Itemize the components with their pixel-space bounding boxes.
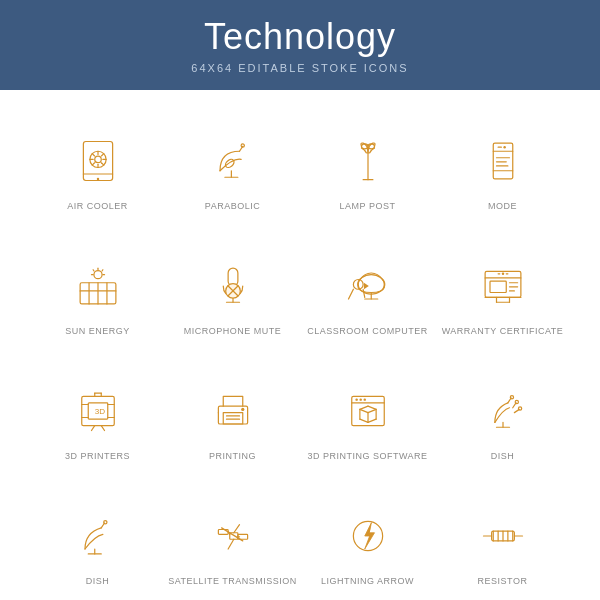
svg-line-51 bbox=[348, 290, 353, 300]
svg-rect-0 bbox=[83, 142, 112, 181]
dish-label-2: DISH bbox=[86, 576, 110, 588]
page-title: Technology bbox=[204, 16, 396, 58]
dish-icon-1 bbox=[471, 379, 535, 443]
icon-cell-sun-energy: SUN ENERGY bbox=[30, 225, 165, 350]
svg-line-39 bbox=[93, 270, 94, 271]
printing-label: PRINTING bbox=[209, 451, 256, 463]
icon-cell-dish-2: DISH bbox=[30, 475, 165, 600]
svg-point-89 bbox=[363, 399, 365, 401]
air-cooler-icon bbox=[66, 129, 130, 193]
warranty-certificate-icon bbox=[471, 254, 535, 318]
svg-point-104 bbox=[515, 401, 518, 404]
icon-cell-parabolic: PARABOLIC bbox=[165, 100, 300, 225]
svg-point-2 bbox=[94, 156, 101, 163]
icon-cell-printing: PRINTING bbox=[165, 350, 300, 475]
svg-point-110 bbox=[103, 521, 106, 524]
svg-line-52 bbox=[363, 290, 365, 298]
3d-printing-software-label: 3D PRINTING SOFTWARE bbox=[307, 451, 427, 463]
svg-point-87 bbox=[355, 399, 357, 401]
classroom-computer-icon bbox=[336, 254, 400, 318]
icon-cell-air-cooler: AIR COOLER bbox=[30, 100, 165, 225]
microphone-mute-label: MICROPHONE MUTE bbox=[184, 326, 282, 338]
svg-rect-112 bbox=[218, 530, 228, 535]
svg-rect-79 bbox=[223, 413, 243, 424]
classroom-computer-label: CLASSROOM COMPUTER bbox=[307, 326, 428, 338]
svg-line-117 bbox=[228, 540, 234, 550]
icon-cell-3d-printing-software: 3D PRINTING SOFTWARE bbox=[300, 350, 435, 475]
icon-cell-lightning-arrow: LIGHTNING ARROW bbox=[300, 475, 435, 600]
satellite-transmission-label: SATELLITE TRANSMISSION bbox=[168, 576, 297, 588]
svg-line-98 bbox=[368, 419, 376, 422]
resistor-label: RESISTOR bbox=[478, 576, 528, 588]
mode-label: MODE bbox=[488, 201, 517, 213]
icon-cell-classroom-computer: CLASSROOM COMPUTER bbox=[300, 225, 435, 350]
svg-point-26 bbox=[503, 146, 505, 148]
lightning-arrow-icon bbox=[336, 504, 400, 568]
svg-point-17 bbox=[223, 158, 235, 169]
parabolic-icon bbox=[201, 129, 265, 193]
svg-line-90 bbox=[359, 406, 367, 409]
svg-line-7 bbox=[92, 154, 94, 156]
svg-line-8 bbox=[101, 163, 103, 165]
dish-icon-2 bbox=[66, 504, 130, 568]
svg-point-12 bbox=[96, 178, 98, 180]
lightning-arrow-label: LIGHTNING ARROW bbox=[321, 576, 414, 588]
sun-energy-label: SUN ENERGY bbox=[65, 326, 130, 338]
air-cooler-label: AIR COOLER bbox=[67, 201, 128, 213]
svg-rect-55 bbox=[490, 281, 506, 292]
warranty-certificate-label: WARRANTY CERTIFICATE bbox=[442, 326, 564, 338]
microphone-mute-icon bbox=[201, 254, 265, 318]
svg-point-102 bbox=[510, 396, 513, 399]
svg-point-63 bbox=[501, 273, 503, 275]
svg-text:3D: 3D bbox=[94, 408, 105, 417]
dish-label-1: DISH bbox=[491, 451, 515, 463]
svg-point-106 bbox=[518, 407, 521, 410]
3d-printers-label: 3D PRINTERS bbox=[65, 451, 130, 463]
header: Technology 64X64 EDITABLE STOKE ICONS bbox=[0, 0, 600, 90]
svg-line-92 bbox=[359, 410, 367, 413]
svg-point-16 bbox=[241, 144, 244, 147]
svg-rect-22 bbox=[493, 143, 513, 179]
mode-icon bbox=[471, 129, 535, 193]
resistor-icon bbox=[471, 504, 535, 568]
icon-cell-3d-printers: 3D 3D PRINTERS bbox=[30, 350, 165, 475]
svg-line-93 bbox=[368, 410, 376, 413]
icon-cell-mode: MODE bbox=[435, 100, 570, 225]
icon-cell-warranty-certificate: WARRANTY CERTIFICATE bbox=[435, 225, 570, 350]
lamp-post-icon bbox=[336, 129, 400, 193]
icon-grid: AIR COOLER PARABOLIC bbox=[0, 90, 600, 600]
icon-cell-resistor: RESISTOR bbox=[435, 475, 570, 600]
svg-line-116 bbox=[233, 525, 239, 533]
svg-line-91 bbox=[368, 406, 376, 409]
svg-line-97 bbox=[359, 419, 367, 422]
icon-cell-dish-1: DISH bbox=[435, 350, 570, 475]
parabolic-label: PARABOLIC bbox=[205, 201, 260, 213]
svg-line-76 bbox=[91, 426, 94, 431]
svg-line-37 bbox=[102, 270, 103, 271]
icon-cell-lamp-post: LAMP POST bbox=[300, 100, 435, 225]
icon-cell-microphone-mute: MICROPHONE MUTE bbox=[165, 225, 300, 350]
svg-line-9 bbox=[101, 154, 103, 156]
svg-point-35 bbox=[93, 271, 101, 279]
svg-point-82 bbox=[241, 408, 244, 411]
satellite-transmission-icon bbox=[201, 504, 265, 568]
svg-line-77 bbox=[101, 426, 104, 431]
svg-line-10 bbox=[92, 163, 94, 165]
svg-point-88 bbox=[359, 399, 361, 401]
lamp-post-label: LAMP POST bbox=[340, 201, 396, 213]
icon-cell-satellite-transmission: SATELLITE TRANSMISSION bbox=[165, 475, 300, 600]
3d-printers-icon: 3D bbox=[66, 379, 130, 443]
printing-icon bbox=[201, 379, 265, 443]
sun-energy-icon bbox=[66, 254, 130, 318]
page-subtitle: 64X64 EDITABLE STOKE ICONS bbox=[191, 62, 408, 74]
3d-printing-software-icon bbox=[336, 379, 400, 443]
